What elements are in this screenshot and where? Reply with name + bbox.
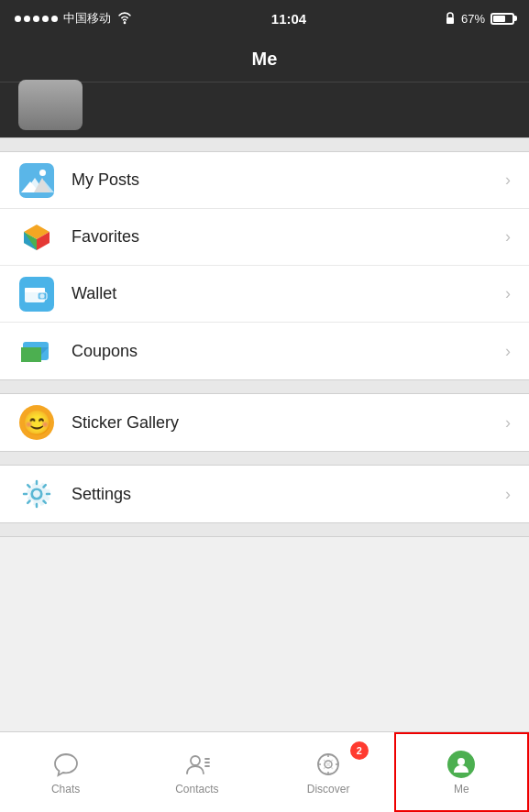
me-label: Me [454, 783, 469, 796]
signal-dots [15, 16, 58, 22]
wifi-icon [116, 12, 133, 25]
svg-point-0 [124, 22, 127, 25]
carrier-label: 中国移动 [63, 10, 111, 27]
section-separator-4 [0, 522, 529, 537]
my-posts-label: My Posts [72, 170, 505, 190]
discover-label: Discover [307, 783, 350, 796]
chevron-icon: › [505, 342, 511, 361]
menu-item-my-posts[interactable]: My Posts › [0, 152, 529, 209]
sticker-gallery-icon: 😊 [18, 404, 55, 441]
menu-item-sticker-gallery[interactable]: 😊 Sticker Gallery › [0, 394, 529, 451]
status-left: 中国移动 [15, 10, 133, 27]
contacts-label: Contacts [175, 783, 218, 796]
tab-item-discover[interactable]: 2 Discover [263, 732, 394, 812]
chevron-icon: › [505, 413, 511, 433]
settings-icon [18, 476, 55, 512]
svg-point-18 [191, 756, 200, 765]
svg-marker-3 [36, 181, 54, 192]
discover-icon [314, 750, 343, 779]
status-bar: 中国移动 11:04 67% [0, 0, 529, 37]
chats-label: Chats [51, 783, 80, 796]
svg-marker-2 [25, 178, 45, 192]
my-posts-icon [18, 162, 55, 199]
wallet-label: Wallet [72, 284, 505, 303]
menu-item-favorites[interactable]: Favorites › [0, 209, 529, 266]
lock-icon [445, 12, 456, 25]
favorites-icon [18, 219, 55, 256]
sticker-gallery-label: Sticker Gallery [72, 413, 505, 433]
tab-item-chats[interactable]: Chats [0, 732, 131, 812]
chevron-icon: › [505, 284, 511, 303]
battery-percent: 67% [461, 12, 485, 26]
svg-rect-1 [446, 17, 454, 24]
svg-rect-9 [25, 288, 45, 292]
avatar [18, 80, 83, 130]
menu-group-3: Settings › [0, 466, 529, 522]
contacts-icon [182, 750, 212, 779]
menu-item-settings[interactable]: Settings › [0, 466, 529, 522]
status-time: 11:04 [271, 11, 306, 27]
chevron-icon: › [505, 227, 511, 247]
nav-bar: Me [0, 37, 529, 82]
menu-item-wallet[interactable]: Wallet › [0, 266, 529, 323]
coupons-label: Coupons [72, 342, 505, 361]
favorites-label: Favorites [72, 227, 505, 247]
page-title: Me [252, 49, 278, 70]
menu-group-2: 😊 Sticker Gallery › [0, 394, 529, 451]
svg-point-28 [457, 758, 465, 765]
section-separator-2 [0, 379, 529, 394]
svg-point-11 [40, 293, 45, 298]
menu-group-1: My Posts › Favorites › [0, 152, 529, 379]
chevron-icon: › [505, 170, 511, 190]
tab-item-contacts[interactable]: Contacts [131, 732, 262, 812]
tab-bar: Chats Contacts 2 [0, 731, 529, 812]
coupons-icon [18, 333, 55, 369]
section-separator-1 [0, 137, 529, 152]
chevron-icon: › [505, 485, 511, 504]
menu-item-coupons[interactable]: Coupons › [0, 323, 529, 379]
me-icon [446, 750, 476, 779]
discover-badge: 2 [350, 741, 369, 760]
chats-icon [51, 750, 81, 779]
battery-icon [490, 13, 514, 25]
section-separator-3 [0, 451, 529, 466]
svg-rect-14 [21, 347, 41, 362]
status-right: 67% [445, 12, 514, 26]
tab-item-me[interactable]: Me [394, 732, 529, 812]
settings-label: Settings [72, 485, 505, 504]
wallet-icon [18, 276, 55, 313]
profile-area [0, 82, 529, 137]
